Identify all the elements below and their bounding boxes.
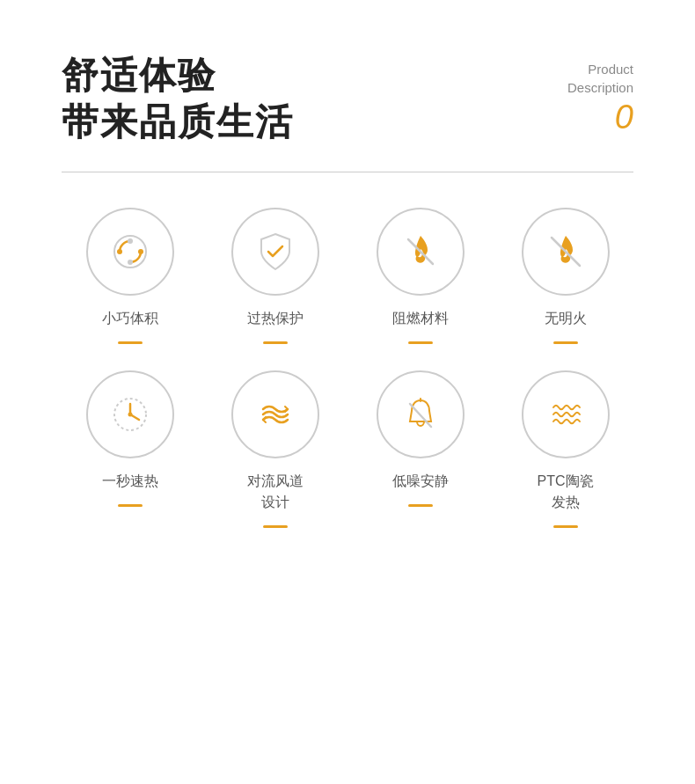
convection-icon xyxy=(251,390,300,439)
svg-point-1 xyxy=(117,249,122,254)
svg-line-12 xyxy=(410,404,431,427)
feature-convection: 对流风道设计 xyxy=(207,370,343,528)
feature-label-convection: 对流风道设计 xyxy=(247,471,304,513)
feature-ptc: PTC陶瓷发热 xyxy=(497,370,633,528)
icon-circle-small-size xyxy=(86,208,174,296)
feature-overheat: 过热保护 xyxy=(207,208,343,344)
page-container: 舒适体验 带来品质生活 ProductDescription 0 xyxy=(0,0,695,784)
feature-label-flame-retardant: 阻燃材料 xyxy=(392,308,449,329)
feature-dash-no-flame xyxy=(553,341,578,344)
feature-label-low-noise: 低噪安静 xyxy=(392,471,449,492)
feature-label-ptc: PTC陶瓷发热 xyxy=(538,471,594,513)
svg-point-2 xyxy=(138,249,143,254)
icon-circle-convection xyxy=(231,370,319,458)
feature-dash-low-noise xyxy=(408,504,433,507)
feature-flame-retardant: 阻燃材料 xyxy=(352,208,488,344)
icon-circle-quick-heat xyxy=(86,370,174,458)
shield-check-icon xyxy=(251,227,300,276)
features-grid: 小巧体积 过热保护 xyxy=(62,208,633,528)
feature-label-overheat: 过热保护 xyxy=(247,308,304,329)
small-size-icon xyxy=(106,227,155,276)
no-flame-icon xyxy=(541,227,590,276)
product-description: ProductDescription 0 xyxy=(567,53,633,134)
icon-circle-ptc xyxy=(522,370,610,458)
feature-dash-overheat xyxy=(263,341,288,344)
svg-point-4 xyxy=(128,260,133,265)
main-title: 舒适体验 带来品质生活 xyxy=(62,53,294,145)
header: 舒适体验 带来品质生活 ProductDescription 0 xyxy=(62,53,633,145)
svg-point-10 xyxy=(128,413,132,417)
icon-circle-flame-retardant xyxy=(377,208,465,296)
icon-circle-overheat xyxy=(231,208,319,296)
feature-dash-quick-heat xyxy=(118,504,143,507)
product-desc-number: 0 xyxy=(615,100,633,134)
svg-point-3 xyxy=(128,238,133,244)
feature-no-flame: 无明火 xyxy=(497,208,633,344)
ptc-icon xyxy=(541,390,590,439)
feature-label-quick-heat: 一秒速热 xyxy=(102,471,158,492)
feature-label-small-size: 小巧体积 xyxy=(102,308,158,329)
feature-dash-convection xyxy=(263,525,288,528)
flame-retardant-icon xyxy=(396,227,445,276)
feature-small-size: 小巧体积 xyxy=(62,208,198,344)
low-noise-icon xyxy=(396,390,445,439)
icon-circle-low-noise xyxy=(377,370,465,458)
quick-heat-icon xyxy=(106,390,155,439)
icon-circle-no-flame xyxy=(522,208,610,296)
feature-dash-small-size xyxy=(118,341,143,344)
feature-low-noise: 低噪安静 xyxy=(352,370,488,528)
product-desc-label: ProductDescription xyxy=(567,60,633,97)
feature-label-no-flame: 无明火 xyxy=(545,308,587,329)
feature-dash-flame-retardant xyxy=(408,341,433,344)
feature-quick-heat: 一秒速热 xyxy=(62,370,198,528)
divider xyxy=(62,172,633,172)
feature-dash-ptc xyxy=(553,525,578,528)
